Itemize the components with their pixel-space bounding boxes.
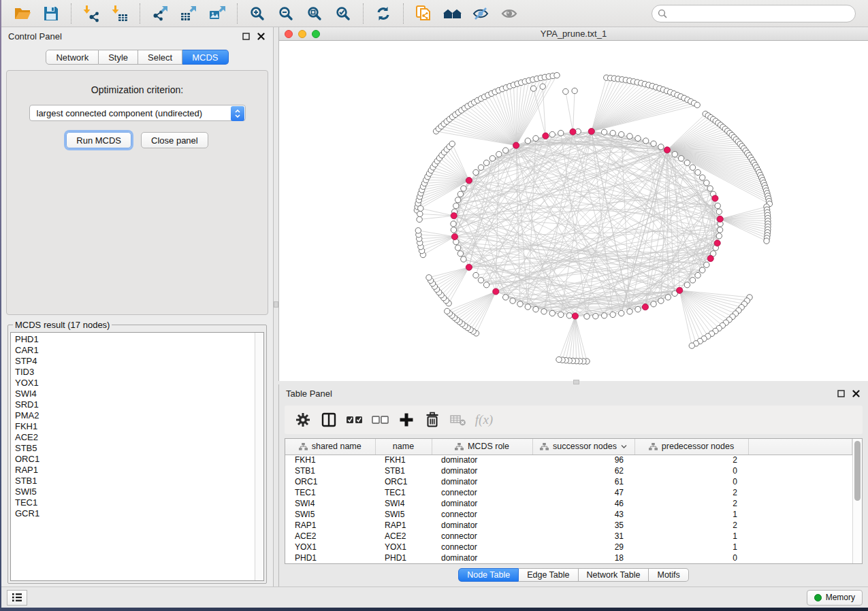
deselect-all-checkboxes-button[interactable] [369,408,392,431]
column-header-successor-nodes[interactable]: successor nodes [532,439,634,455]
table-scrollbar-thumb[interactable] [854,441,861,501]
mcds-result-item[interactable]: TID3 [15,367,251,378]
status-bar: Memory [1,587,868,608]
show-all-button[interactable] [497,3,521,24]
tab-network-table[interactable]: Network Table [579,568,649,582]
close-table-panel-button[interactable] [850,389,861,399]
mcds-result-listbox[interactable]: PHD1CAR1STP4TID3YOX1SWI4SRD1PMA2FKH1ACE2… [10,332,264,581]
tab-motifs[interactable]: Motifs [649,568,688,582]
tab-style[interactable]: Style [99,50,138,65]
function-builder-button[interactable]: f(x) [472,408,496,431]
close-icon [257,33,265,40]
mcds-result-item[interactable]: SRD1 [15,399,251,410]
mcds-result-item[interactable]: ACE2 [15,432,251,443]
mcds-result-item[interactable]: STB5 [15,443,251,454]
table-scrollbar[interactable] [852,439,862,563]
export-image-icon [208,5,227,22]
export-table-button[interactable] [176,3,201,24]
save-session-button[interactable] [39,3,63,24]
optimization-criterion-select[interactable]: largest connected component (undirected) [29,105,246,121]
right-column: YPA_prune.txt_1 Table Panel [278,27,868,587]
delete-column-button[interactable] [421,408,444,431]
horizontal-splitter[interactable] [278,381,868,384]
mcds-result-item[interactable]: TEC1 [15,497,251,508]
table-row[interactable]: SWI4SWI4dominator462 [285,498,852,509]
table-row[interactable]: YOX1YOX1connector291 [285,542,852,552]
mcds-list-scrollbar[interactable] [255,333,263,580]
network-canvas[interactable] [279,41,868,381]
column-header-MCDS-role[interactable]: MCDS role [432,439,532,455]
table-row[interactable]: STB1STB1dominator620 [285,465,852,476]
panel-splitter[interactable] [274,27,278,587]
tab-network[interactable]: Network [46,50,99,65]
zoom-fit-button[interactable] [302,3,327,24]
refresh-button[interactable] [371,3,396,24]
hide-selected-button[interactable] [468,3,493,24]
memory-button[interactable]: Memory [807,590,863,606]
zoom-selected-button[interactable] [331,3,355,24]
column-namespace-icon [540,443,549,450]
mcds-tab-content: Optimization criterion: largest connecte… [6,70,268,315]
show-columns-button[interactable] [317,408,340,431]
close-panel-button-mcds[interactable]: Close panel [141,132,208,148]
float-table-panel-button[interactable] [835,389,846,399]
column-namespace-icon [299,443,308,450]
mcds-result-item[interactable]: SWI4 [15,389,251,399]
toolbar-separator [363,3,364,24]
mcds-result-item[interactable]: STP4 [15,356,251,367]
open-file-button[interactable] [10,3,35,24]
table-row[interactable]: TEC1TEC1connector472 [285,487,852,498]
table-row[interactable]: SWI5SWI5connector431 [285,509,852,520]
node-table[interactable]: shared namenameMCDS rolesuccessor nodesp… [285,439,852,563]
mcds-result-group: MCDS result (17 nodes) PHD1CAR1STP4TID3Y… [7,320,267,584]
tab-select[interactable]: Select [138,50,182,65]
export-network-button[interactable] [148,3,172,24]
network-graph [279,41,868,381]
mcds-result-item[interactable]: YOX1 [15,378,251,389]
add-column-button[interactable] [395,408,418,431]
toolbar-separator [71,3,71,24]
zoom-in-button[interactable] [245,3,270,24]
mcds-result-item[interactable]: CAR1 [15,345,251,356]
run-mcds-button[interactable]: Run MCDS [66,132,131,148]
select-all-checkboxes-button[interactable] [343,408,366,431]
tab-edge-table[interactable]: Edge Table [519,568,578,582]
table-settings-button[interactable] [291,408,315,431]
search-input[interactable] [652,5,856,22]
mcds-result-item[interactable]: SWI5 [15,486,251,497]
mcds-result-item[interactable]: GCR1 [15,508,251,519]
zoom-out-button[interactable] [274,3,298,24]
main-toolbar [1,0,868,27]
table-row[interactable]: PHD1PHD1dominator180 [285,552,852,563]
first-neighbors-button[interactable] [440,3,464,24]
mcds-result-item[interactable]: ORC1 [15,454,251,465]
table-row[interactable]: RAP1RAP1dominator352 [285,520,852,531]
delete-table-button[interactable] [447,408,470,431]
table-row[interactable]: ACE2ACE2connector311 [285,531,852,542]
mcds-result-item[interactable]: FKH1 [15,421,251,432]
gear-icon [295,412,311,428]
close-panel-button[interactable] [255,32,266,42]
column-header-shared-name[interactable]: shared name [285,439,375,455]
import-table-button[interactable] [108,3,132,24]
splitter-grip[interactable] [274,301,278,308]
close-icon [852,390,860,397]
mcds-result-item[interactable]: RAP1 [15,465,251,476]
import-network-icon [82,5,100,22]
column-header-name[interactable]: name [375,439,432,455]
task-history-button[interactable] [7,590,27,606]
table-row[interactable]: ORC1ORC1dominator610 [285,476,852,487]
column-header-predecessor-nodes[interactable]: predecessor nodes [634,439,748,455]
mcds-result-item[interactable]: PHD1 [15,334,251,345]
float-panel-button[interactable] [240,32,251,42]
splitter-grip[interactable] [573,380,579,384]
table-panel: Table Panel [278,384,868,587]
import-network-button[interactable] [79,3,103,24]
new-network-from-selection-button[interactable] [411,3,436,24]
tab-mcds[interactable]: MCDS [182,50,228,65]
export-image-button[interactable] [205,3,229,24]
tab-node-table[interactable]: Node Table [458,568,519,582]
mcds-result-item[interactable]: PMA2 [15,410,251,421]
mcds-result-item[interactable]: STB1 [15,476,251,486]
table-row[interactable]: FKH1FKH1dominator962 [285,455,852,465]
